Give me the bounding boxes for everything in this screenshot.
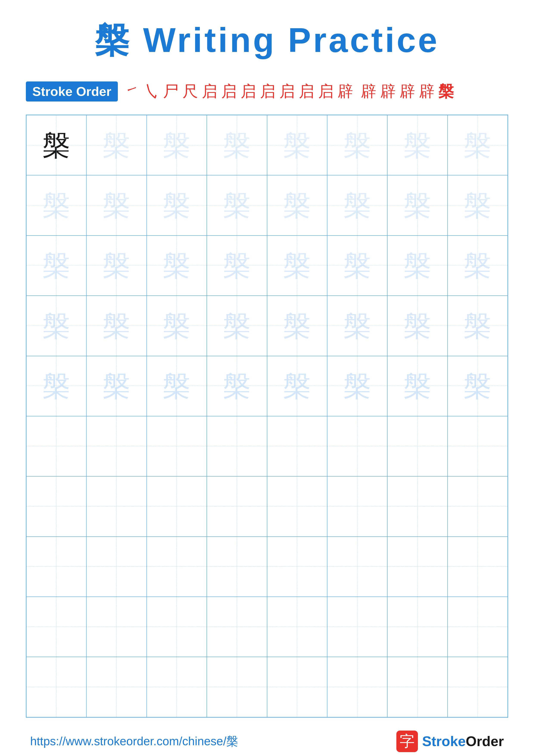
grid-cell[interactable]: 槃 — [87, 115, 146, 175]
grid-cell[interactable]: 槃 — [87, 296, 146, 356]
grid-cell[interactable] — [267, 476, 327, 536]
grid-char: 槃 — [147, 131, 207, 159]
writing-grid: 槃槃槃槃槃槃槃槃槃槃槃槃槃槃槃槃槃槃槃槃槃槃槃槃槃槃槃槃槃槃槃槃槃槃槃槃槃槃槃槃 — [26, 115, 508, 717]
grid-cell[interactable] — [447, 476, 508, 536]
grid-cell[interactable]: 槃 — [387, 235, 447, 296]
grid-cell[interactable] — [147, 657, 207, 717]
grid-cell[interactable]: 槃 — [447, 296, 508, 356]
grid-cell[interactable] — [447, 657, 508, 717]
grid-cell[interactable]: 槃 — [447, 175, 508, 235]
grid-cell[interactable]: 槃 — [207, 296, 267, 356]
grid-cell[interactable]: 槃 — [26, 296, 87, 356]
grid-cell[interactable]: 槃 — [267, 175, 327, 235]
grid-cell[interactable]: 槃 — [387, 356, 447, 416]
grid-cell[interactable]: 槃 — [207, 356, 267, 416]
stroke-16: 辟 — [419, 81, 435, 102]
grid-cell[interactable] — [267, 657, 327, 717]
grid-cell[interactable] — [327, 537, 387, 597]
grid-cell[interactable] — [267, 537, 327, 597]
grid-cell[interactable]: 槃 — [267, 235, 327, 296]
logo-text: StrokeOrder — [422, 733, 504, 749]
grid-char: 槃 — [27, 191, 86, 219]
grid-cell[interactable]: 槃 — [87, 235, 146, 296]
grid-char: 槃 — [448, 131, 507, 159]
grid-cell[interactable] — [207, 476, 267, 536]
grid-char: 槃 — [27, 372, 86, 400]
grid-cell[interactable] — [147, 597, 207, 657]
grid-cell[interactable]: 槃 — [147, 115, 207, 175]
grid-cell[interactable]: 槃 — [447, 356, 508, 416]
grid-cell[interactable]: 槃 — [207, 175, 267, 235]
grid-char: 槃 — [207, 131, 267, 159]
grid-cell[interactable]: 槃 — [387, 296, 447, 356]
footer-url[interactable]: https://www.strokeorder.com/chinese/槃 — [30, 733, 238, 749]
grid-cell[interactable] — [387, 657, 447, 717]
grid-cell[interactable]: 槃 — [327, 115, 387, 175]
grid-cell[interactable]: 槃 — [327, 356, 387, 416]
grid-cell[interactable] — [327, 476, 387, 536]
grid-cell[interactable]: 槃 — [267, 115, 327, 175]
grid-cell[interactable] — [207, 537, 267, 597]
grid-cell[interactable] — [447, 416, 508, 476]
grid-cell[interactable] — [207, 657, 267, 717]
grid-char: 槃 — [147, 252, 207, 280]
grid-cell[interactable]: 槃 — [267, 356, 327, 416]
grid-cell[interactable]: 槃 — [447, 235, 508, 296]
footer: https://www.strokeorder.com/chinese/槃 字 … — [26, 731, 508, 752]
grid-char: 槃 — [147, 312, 207, 340]
grid-cell[interactable] — [387, 416, 447, 476]
grid-char: 槃 — [147, 191, 207, 219]
stroke-13: 辟 — [361, 81, 376, 102]
page: 槃 Writing Practice Stroke Order ㇀ ㇂ 尸 尺 … — [0, 0, 534, 756]
grid-cell[interactable]: 槃 — [387, 175, 447, 235]
grid-cell[interactable] — [87, 416, 146, 476]
grid-cell[interactable]: 槃 — [26, 175, 87, 235]
grid-cell[interactable] — [26, 537, 87, 597]
grid-cell[interactable]: 槃 — [147, 356, 207, 416]
grid-cell[interactable]: 槃 — [267, 296, 327, 356]
grid-cell[interactable] — [87, 597, 146, 657]
grid-cell[interactable]: 槃 — [26, 235, 87, 296]
grid-cell[interactable] — [26, 657, 87, 717]
grid-cell[interactable] — [207, 597, 267, 657]
grid-cell[interactable]: 槃 — [87, 356, 146, 416]
grid-cell[interactable] — [387, 537, 447, 597]
grid-cell[interactable] — [26, 597, 87, 657]
grid-char: 槃 — [87, 191, 146, 219]
grid-cell[interactable] — [327, 597, 387, 657]
grid-cell[interactable]: 槃 — [447, 115, 508, 175]
grid-cell[interactable] — [327, 416, 387, 476]
grid-cell[interactable] — [267, 597, 327, 657]
grid-cell[interactable] — [26, 476, 87, 536]
grid-cell[interactable] — [147, 416, 207, 476]
grid-cell[interactable]: 槃 — [147, 296, 207, 356]
grid-cell[interactable]: 槃 — [207, 235, 267, 296]
grid-cell[interactable]: 槃 — [26, 356, 87, 416]
grid-cell[interactable] — [147, 476, 207, 536]
grid-char: 槃 — [448, 252, 507, 280]
grid-char: 槃 — [207, 312, 267, 340]
grid-cell[interactable] — [147, 537, 207, 597]
grid-cell[interactable]: 槃 — [327, 175, 387, 235]
grid-cell[interactable]: 槃 — [147, 235, 207, 296]
grid-cell[interactable] — [267, 416, 327, 476]
grid-char: 槃 — [388, 372, 447, 400]
grid-cell[interactable]: 槃 — [87, 175, 146, 235]
grid-cell[interactable] — [327, 657, 387, 717]
grid-cell[interactable] — [87, 657, 146, 717]
grid-char: 槃 — [27, 131, 86, 159]
grid-cell[interactable]: 槃 — [387, 115, 447, 175]
grid-cell[interactable]: 槃 — [207, 115, 267, 175]
grid-cell[interactable] — [387, 476, 447, 536]
grid-cell[interactable]: 槃 — [147, 175, 207, 235]
grid-cell[interactable] — [87, 537, 146, 597]
grid-cell[interactable] — [447, 537, 508, 597]
grid-cell[interactable] — [26, 416, 87, 476]
grid-cell[interactable]: 槃 — [26, 115, 87, 175]
grid-cell[interactable]: 槃 — [327, 235, 387, 296]
grid-cell[interactable]: 槃 — [327, 296, 387, 356]
grid-cell[interactable] — [207, 416, 267, 476]
grid-cell[interactable] — [387, 597, 447, 657]
grid-cell[interactable] — [87, 476, 146, 536]
grid-cell[interactable] — [447, 597, 508, 657]
